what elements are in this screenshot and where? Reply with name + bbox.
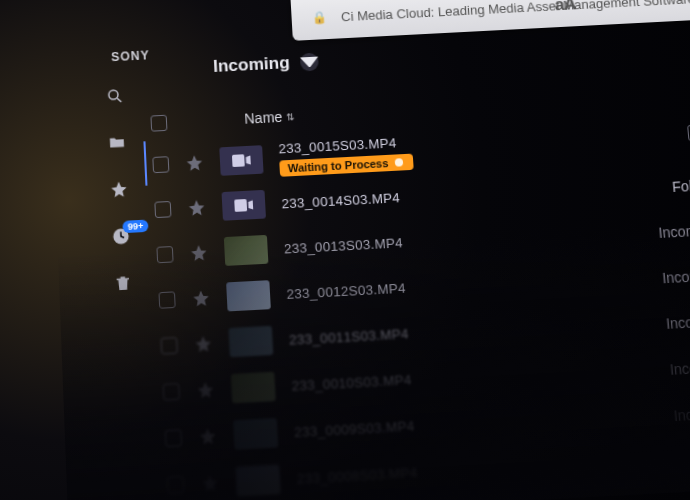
lock-icon: 🔒: [311, 10, 327, 25]
file-list: Name ⇅ 233_0015S03.MP4 Waiting to Proces…: [150, 77, 690, 500]
file-name: 233_0015S03.MP4: [278, 134, 412, 156]
file-name: 233_0009S03.MP4: [294, 417, 415, 439]
brand-logo: SONY: [111, 48, 150, 64]
trash-icon[interactable]: [112, 273, 133, 295]
thumbnail: [235, 464, 280, 496]
file-name: 233_0013S03.MP4: [284, 234, 404, 256]
file-name: 233_0014S03.MP4: [281, 189, 400, 211]
column-header-folder[interactable]: Folder: [654, 177, 690, 196]
svg-point-0: [109, 90, 119, 100]
star-icon[interactable]: [108, 179, 129, 200]
breadcrumb[interactable]: Incoming: [213, 52, 319, 77]
chevron-down-icon[interactable]: [299, 53, 318, 72]
file-name: 233_0010S03.MP4: [291, 371, 412, 393]
star-icon[interactable]: [185, 153, 204, 172]
select-all-checkbox[interactable]: [150, 115, 167, 132]
breadcrumb-current: Incoming: [213, 53, 291, 77]
svg-rect-4: [234, 199, 247, 212]
folder-icon[interactable]: [106, 132, 127, 153]
row-checkbox[interactable]: [165, 429, 182, 447]
selection-indicator: [143, 141, 147, 186]
status-badge: Waiting to Process: [279, 153, 413, 176]
svg-line-1: [117, 98, 121, 102]
notification-badge: 99+: [122, 220, 148, 234]
file-location: Incoming: [662, 267, 690, 287]
thumbnail: [231, 372, 276, 404]
sort-icon: ⇅: [286, 111, 295, 123]
star-icon[interactable]: [196, 380, 216, 400]
row-checkbox[interactable]: [161, 337, 178, 355]
star-icon[interactable]: [187, 198, 206, 217]
file-name: 233_0011S03.MP4: [289, 325, 409, 347]
sidebar: 99+: [100, 85, 138, 294]
reader-text-size-button[interactable]: aA: [554, 0, 576, 15]
star-icon[interactable]: [194, 334, 214, 354]
thumbnail: [226, 280, 271, 311]
row-checkbox[interactable]: [152, 156, 169, 173]
thumbnail: [224, 235, 269, 266]
file-name: 233_0008S03.MP4: [296, 464, 418, 486]
star-icon[interactable]: [191, 288, 210, 308]
thumbnail: [233, 418, 278, 450]
column-header-name[interactable]: Name ⇅: [244, 108, 295, 127]
row-checkbox[interactable]: [156, 246, 173, 263]
file-location: Incoming: [669, 358, 690, 378]
thumbnail: [222, 190, 266, 221]
page-title: Ci Media Cloud: Leading Media Asset Mana…: [341, 0, 690, 24]
row-checkbox[interactable]: [163, 383, 180, 401]
thumbnail: [219, 145, 263, 176]
row-checkbox[interactable]: [158, 291, 175, 308]
thumbnail: [228, 326, 273, 357]
svg-rect-3: [232, 154, 245, 167]
row-checkbox[interactable]: [167, 476, 184, 494]
file-location: Incoming: [665, 312, 690, 332]
row-checkbox[interactable]: [154, 201, 171, 218]
status-dot-icon: [394, 158, 403, 167]
file-location: Incoming: [658, 222, 690, 241]
file-name: 233_0012S03.MP4: [286, 280, 406, 302]
star-icon[interactable]: [189, 243, 208, 262]
browser-address-bar: 🔒 Ci Media Cloud: Leading Media Asset Ma…: [290, 0, 690, 41]
search-icon[interactable]: [104, 86, 125, 107]
star-icon[interactable]: [198, 426, 218, 446]
file-location: Incoming: [673, 404, 690, 424]
star-icon[interactable]: [200, 473, 220, 493]
